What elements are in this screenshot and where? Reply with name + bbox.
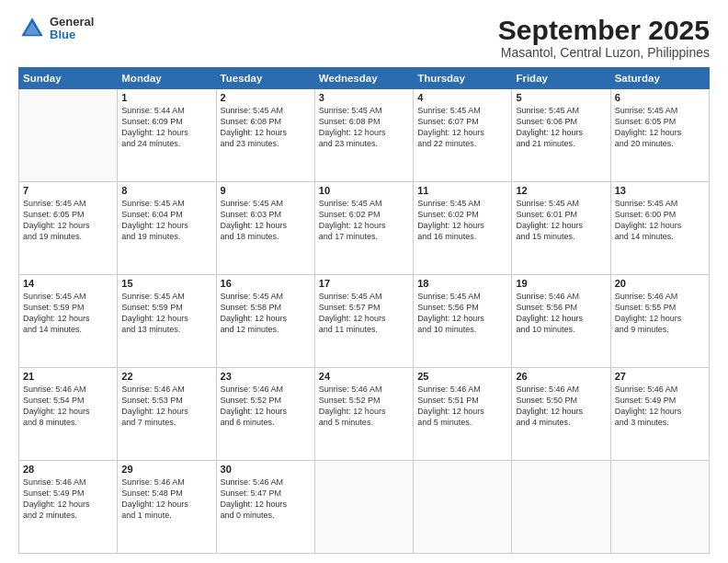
title-block: September 2025 Masantol, Central Luzon, … [498,15,710,60]
calendar-cell: 2Sunrise: 5:45 AM Sunset: 6:08 PM Daylig… [216,89,314,182]
day-number: 14 [23,278,113,289]
day-info: Sunrise: 5:46 AM Sunset: 5:54 PM Dayligh… [23,384,113,429]
day-info: Sunrise: 5:45 AM Sunset: 6:04 PM Dayligh… [121,198,211,243]
logo-blue: Blue [50,29,94,41]
day-number: 30 [221,464,311,475]
day-info: Sunrise: 5:46 AM Sunset: 5:52 PM Dayligh… [221,384,311,429]
day-number: 4 [417,92,507,103]
day-number: 1 [121,92,211,103]
page: General Blue September 2025 Masantol, Ce… [0,0,728,563]
logo-text: General Blue [50,16,94,42]
day-header-tuesday: Tuesday [216,68,314,89]
week-row-4: 21Sunrise: 5:46 AM Sunset: 5:54 PM Dayli… [19,368,710,461]
calendar-cell: 11Sunrise: 5:45 AM Sunset: 6:02 PM Dayli… [414,182,512,275]
calendar-cell [414,461,512,554]
calendar-cell: 26Sunrise: 5:46 AM Sunset: 5:50 PM Dayli… [512,368,610,461]
day-number: 12 [516,185,606,196]
calendar-cell: 3Sunrise: 5:45 AM Sunset: 6:08 PM Daylig… [314,89,413,182]
day-number: 28 [23,464,113,475]
week-row-1: 1Sunrise: 5:44 AM Sunset: 6:09 PM Daylig… [19,89,710,182]
day-number: 22 [121,371,211,382]
day-info: Sunrise: 5:45 AM Sunset: 5:56 PM Dayligh… [417,291,507,336]
day-number: 9 [221,185,311,196]
day-info: Sunrise: 5:46 AM Sunset: 5:52 PM Dayligh… [319,384,409,429]
calendar-cell: 7Sunrise: 5:45 AM Sunset: 6:05 PM Daylig… [19,182,118,275]
day-info: Sunrise: 5:45 AM Sunset: 5:59 PM Dayligh… [23,291,113,336]
calendar-cell: 9Sunrise: 5:45 AM Sunset: 6:03 PM Daylig… [216,182,314,275]
day-header-sunday: Sunday [19,68,118,89]
day-info: Sunrise: 5:45 AM Sunset: 6:02 PM Dayligh… [417,198,507,243]
calendar-cell: 18Sunrise: 5:45 AM Sunset: 5:56 PM Dayli… [414,275,512,368]
day-info: Sunrise: 5:45 AM Sunset: 6:00 PM Dayligh… [615,198,705,243]
main-title: September 2025 [498,15,710,45]
day-info: Sunrise: 5:46 AM Sunset: 5:53 PM Dayligh… [121,384,211,429]
calendar-cell: 16Sunrise: 5:45 AM Sunset: 5:58 PM Dayli… [216,275,314,368]
week-row-2: 7Sunrise: 5:45 AM Sunset: 6:05 PM Daylig… [19,182,710,275]
calendar-cell [19,89,118,182]
day-info: Sunrise: 5:45 AM Sunset: 6:02 PM Dayligh… [319,198,409,243]
calendar-cell: 22Sunrise: 5:46 AM Sunset: 5:53 PM Dayli… [118,368,216,461]
day-number: 19 [516,278,606,289]
calendar-cell: 10Sunrise: 5:45 AM Sunset: 6:02 PM Dayli… [314,182,413,275]
day-info: Sunrise: 5:45 AM Sunset: 5:59 PM Dayligh… [121,291,211,336]
calendar-cell: 25Sunrise: 5:46 AM Sunset: 5:51 PM Dayli… [414,368,512,461]
calendar-cell: 17Sunrise: 5:45 AM Sunset: 5:57 PM Dayli… [314,275,413,368]
day-number: 7 [23,185,113,196]
day-number: 27 [615,371,705,382]
day-number: 15 [121,278,211,289]
day-number: 25 [417,371,507,382]
calendar-cell [512,461,610,554]
day-number: 21 [23,371,113,382]
calendar-cell: 19Sunrise: 5:46 AM Sunset: 5:56 PM Dayli… [512,275,610,368]
calendar-cell: 5Sunrise: 5:45 AM Sunset: 6:06 PM Daylig… [512,89,610,182]
day-number: 18 [417,278,507,289]
calendar-cell [314,461,413,554]
calendar-cell: 21Sunrise: 5:46 AM Sunset: 5:54 PM Dayli… [19,368,118,461]
day-header-monday: Monday [118,68,216,89]
day-info: Sunrise: 5:45 AM Sunset: 6:03 PM Dayligh… [221,198,311,243]
week-row-3: 14Sunrise: 5:45 AM Sunset: 5:59 PM Dayli… [19,275,710,368]
day-number: 11 [417,185,507,196]
subtitle: Masantol, Central Luzon, Philippines [498,45,710,60]
day-info: Sunrise: 5:46 AM Sunset: 5:56 PM Dayligh… [516,291,606,336]
day-info: Sunrise: 5:46 AM Sunset: 5:50 PM Dayligh… [516,384,606,429]
day-info: Sunrise: 5:45 AM Sunset: 6:01 PM Dayligh… [516,198,606,243]
calendar-header-row: SundayMondayTuesdayWednesdayThursdayFrid… [19,68,710,89]
day-info: Sunrise: 5:46 AM Sunset: 5:49 PM Dayligh… [23,477,113,522]
calendar-cell: 8Sunrise: 5:45 AM Sunset: 6:04 PM Daylig… [118,182,216,275]
day-info: Sunrise: 5:45 AM Sunset: 6:05 PM Dayligh… [23,198,113,243]
day-number: 2 [221,92,311,103]
calendar-cell: 23Sunrise: 5:46 AM Sunset: 5:52 PM Dayli… [216,368,314,461]
day-info: Sunrise: 5:45 AM Sunset: 6:08 PM Dayligh… [319,105,409,150]
calendar-cell: 28Sunrise: 5:46 AM Sunset: 5:49 PM Dayli… [19,461,118,554]
day-info: Sunrise: 5:46 AM Sunset: 5:48 PM Dayligh… [121,477,211,522]
calendar-cell: 29Sunrise: 5:46 AM Sunset: 5:48 PM Dayli… [118,461,216,554]
day-header-saturday: Saturday [610,68,709,89]
day-info: Sunrise: 5:46 AM Sunset: 5:47 PM Dayligh… [221,477,311,522]
day-info: Sunrise: 5:46 AM Sunset: 5:55 PM Dayligh… [615,291,705,336]
day-number: 10 [319,185,409,196]
calendar-cell: 20Sunrise: 5:46 AM Sunset: 5:55 PM Dayli… [610,275,709,368]
logo-general: General [50,16,94,29]
day-number: 8 [121,185,211,196]
day-info: Sunrise: 5:45 AM Sunset: 6:07 PM Dayligh… [417,105,507,150]
logo-icon [18,15,46,42]
day-info: Sunrise: 5:46 AM Sunset: 5:51 PM Dayligh… [417,384,507,429]
calendar-cell: 14Sunrise: 5:45 AM Sunset: 5:59 PM Dayli… [19,275,118,368]
calendar-cell [610,461,709,554]
logo: General Blue [18,15,94,42]
day-info: Sunrise: 5:44 AM Sunset: 6:09 PM Dayligh… [121,105,211,150]
day-number: 5 [516,92,606,103]
calendar-cell: 6Sunrise: 5:45 AM Sunset: 6:05 PM Daylig… [610,89,709,182]
day-header-wednesday: Wednesday [314,68,413,89]
day-header-friday: Friday [512,68,610,89]
calendar-cell: 30Sunrise: 5:46 AM Sunset: 5:47 PM Dayli… [216,461,314,554]
calendar-cell: 15Sunrise: 5:45 AM Sunset: 5:59 PM Dayli… [118,275,216,368]
day-info: Sunrise: 5:45 AM Sunset: 5:57 PM Dayligh… [319,291,409,336]
calendar-cell: 1Sunrise: 5:44 AM Sunset: 6:09 PM Daylig… [118,89,216,182]
day-info: Sunrise: 5:46 AM Sunset: 5:49 PM Dayligh… [615,384,705,429]
calendar-cell: 24Sunrise: 5:46 AM Sunset: 5:52 PM Dayli… [314,368,413,461]
calendar-cell: 27Sunrise: 5:46 AM Sunset: 5:49 PM Dayli… [610,368,709,461]
day-info: Sunrise: 5:45 AM Sunset: 6:05 PM Dayligh… [615,105,705,150]
day-number: 26 [516,371,606,382]
